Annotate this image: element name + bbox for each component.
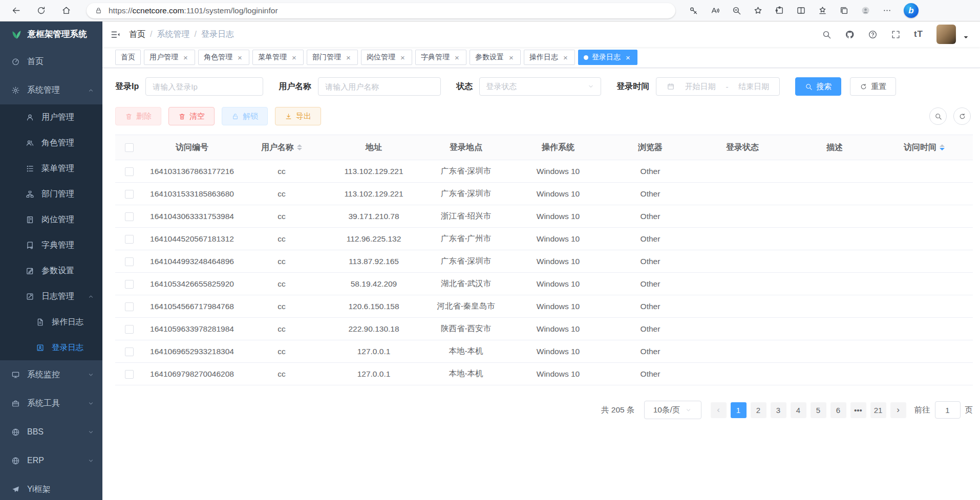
page-button-2[interactable]: 2 <box>751 402 766 418</box>
sidebar-item-erp[interactable]: ERP <box>0 446 102 475</box>
breadcrumb-home[interactable]: 首页 <box>129 29 145 40</box>
sidebar-item-monitor[interactable]: 系统监控 <box>0 360 102 389</box>
tab-字典管理[interactable]: 字典管理× <box>415 50 466 65</box>
close-icon[interactable]: × <box>624 54 632 61</box>
tab-参数设置[interactable]: 参数设置× <box>470 50 521 65</box>
row-checkbox[interactable] <box>125 347 134 356</box>
close-icon[interactable]: × <box>453 54 461 61</box>
sidebar-item-post[interactable]: 岗位管理 <box>0 207 102 232</box>
read-aloud-icon[interactable] <box>710 6 720 15</box>
close-icon[interactable]: × <box>507 54 515 61</box>
zoom-out-icon[interactable] <box>732 6 741 15</box>
favorites-add-icon[interactable] <box>753 6 763 15</box>
sort-carets[interactable] <box>297 144 302 150</box>
tab-操作日志[interactable]: 操作日志× <box>524 50 575 65</box>
close-icon[interactable]: × <box>345 54 352 61</box>
tab-用户管理[interactable]: 用户管理× <box>144 50 195 65</box>
sidebar-item-dept[interactable]: 部门管理 <box>0 181 102 207</box>
unlock-button[interactable]: 解锁 <box>222 107 268 125</box>
url-bar[interactable]: https://ccnetcore.com:1101/system/log/lo… <box>87 3 675 18</box>
row-checkbox[interactable] <box>125 257 134 266</box>
extensions-icon[interactable] <box>775 6 784 15</box>
close-icon[interactable]: × <box>236 54 244 61</box>
sort-carets[interactable] <box>940 144 945 150</box>
sidebar-item-bbs[interactable]: BBS <box>0 418 102 446</box>
row-checkbox[interactable] <box>125 235 134 244</box>
sidebar-item-loginlog[interactable]: 登录日志 <box>0 335 102 360</box>
app-logo[interactable]: 意框架管理系统 <box>0 21 102 47</box>
date-range-picker[interactable]: 开始日期 - 结束日期 <box>656 77 780 96</box>
sidebar-item-home[interactable]: 首页 <box>0 47 102 76</box>
user-avatar[interactable] <box>936 25 956 44</box>
font-size-icon[interactable]: tT <box>914 29 923 39</box>
bing-copilot-icon[interactable]: b <box>904 3 919 18</box>
row-checkbox[interactable] <box>125 302 134 311</box>
refresh-table-button[interactable] <box>953 107 971 125</box>
sidebar-toggle-icon[interactable] <box>110 29 121 40</box>
tab-菜单管理[interactable]: 菜单管理× <box>252 50 304 65</box>
sidebar-item-param[interactable]: 参数设置 <box>0 258 102 284</box>
help-icon[interactable] <box>868 30 878 39</box>
search-button[interactable]: 搜索 <box>795 77 841 96</box>
collections-icon[interactable] <box>839 6 849 15</box>
sidebar-item-yi[interactable]: Yi框架 <box>0 475 102 500</box>
page-ellipsis[interactable]: ••• <box>850 402 866 418</box>
user-name-input[interactable] <box>318 77 441 96</box>
next-page-button[interactable]: › <box>890 402 906 418</box>
header-search-icon[interactable] <box>822 30 832 39</box>
breadcrumb-system[interactable]: 系统管理 <box>157 29 189 40</box>
clear-button[interactable]: 清空 <box>168 107 215 125</box>
sidebar-item-menu[interactable]: 菜单管理 <box>0 156 102 181</box>
row-checkbox[interactable] <box>125 167 134 176</box>
github-icon[interactable] <box>845 30 855 39</box>
browser-home-icon[interactable] <box>61 6 71 15</box>
close-icon[interactable]: × <box>562 54 569 61</box>
favorites-bar-icon[interactable] <box>818 6 827 15</box>
split-screen-icon[interactable] <box>796 6 806 15</box>
sidebar-item-tool[interactable]: 系统工具 <box>0 389 102 418</box>
page-button-1[interactable]: 1 <box>731 402 747 418</box>
tab-登录日志[interactable]: 登录日志× <box>578 50 637 65</box>
page-button-5[interactable]: 5 <box>811 402 826 418</box>
row-checkbox[interactable] <box>125 325 134 334</box>
row-checkbox[interactable] <box>125 280 134 289</box>
browser-refresh-icon[interactable] <box>36 6 46 15</box>
row-checkbox[interactable] <box>125 190 134 199</box>
tab-角色管理[interactable]: 角色管理× <box>198 50 249 65</box>
page-button-3[interactable]: 3 <box>771 402 786 418</box>
column-header-访问时间[interactable]: 访问时间 <box>876 135 973 160</box>
page-size-select[interactable]: 10条/页 <box>644 401 701 419</box>
sidebar-item-role[interactable]: 角色管理 <box>0 130 102 156</box>
row-checkbox[interactable] <box>125 212 134 221</box>
sidebar-item-system[interactable]: 系统管理 <box>0 76 102 104</box>
status-select[interactable]: 登录状态 <box>479 77 601 96</box>
tab-首页[interactable]: 首页 <box>115 50 141 65</box>
page-button-21[interactable]: 21 <box>870 402 886 418</box>
export-button[interactable]: 导出 <box>275 107 321 125</box>
sidebar-item-operlog[interactable]: 操作日志 <box>0 309 102 335</box>
password-manager-icon[interactable] <box>689 6 698 15</box>
page-button-4[interactable]: 4 <box>791 402 806 418</box>
sidebar-item-log[interactable]: 日志管理 <box>0 284 102 309</box>
delete-button[interactable]: 删除 <box>115 107 161 125</box>
row-checkbox[interactable] <box>125 370 134 379</box>
close-icon[interactable]: × <box>399 54 407 61</box>
sidebar-item-dict[interactable]: 字典管理 <box>0 232 102 258</box>
select-all-checkbox[interactable] <box>125 143 134 152</box>
prev-page-button[interactable]: ‹ <box>711 402 727 418</box>
close-icon[interactable]: × <box>290 54 298 61</box>
sidebar-item-user[interactable]: 用户管理 <box>0 104 102 130</box>
page-button-6[interactable]: 6 <box>830 402 846 418</box>
chevron-down-icon[interactable] <box>961 32 971 44</box>
show-search-button[interactable] <box>929 107 947 125</box>
login-ip-input[interactable] <box>145 77 263 96</box>
goto-page-input[interactable] <box>935 401 961 419</box>
tab-岗位管理[interactable]: 岗位管理× <box>361 50 412 65</box>
close-icon[interactable]: × <box>182 54 189 61</box>
reset-button[interactable]: 重置 <box>850 77 896 96</box>
fullscreen-icon[interactable] <box>891 30 901 39</box>
tab-部门管理[interactable]: 部门管理× <box>307 50 358 65</box>
browser-profile-avatar[interactable] <box>861 6 870 15</box>
more-menu-icon[interactable] <box>882 6 892 15</box>
column-header-用户名称[interactable]: 用户名称 <box>241 135 323 160</box>
